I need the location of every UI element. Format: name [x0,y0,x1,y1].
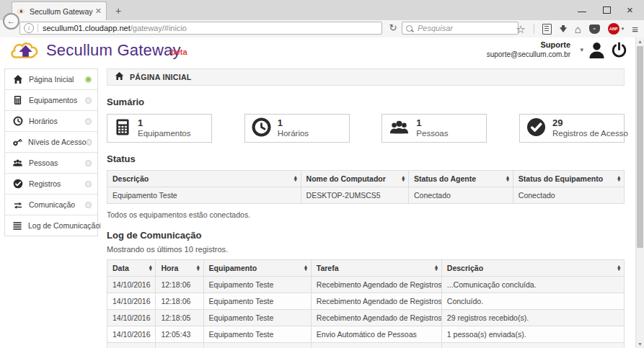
sort-icon[interactable] [304,265,307,271]
log-column-header[interactable]: Hora [156,260,203,277]
log-data: 14/10/2016 [107,293,156,310]
sidebar-item-equipamentos[interactable]: Equipamentos [5,90,97,111]
back-button[interactable]: ← [3,13,19,30]
log-column-header[interactable]: Descrição [441,260,624,277]
home-icon [12,74,23,85]
page-info-icon[interactable]: i [24,23,34,33]
status-column-header[interactable]: Status do Equipamento [513,171,624,187]
log-table: Data Hora Equipamento Tarefa Descrição 1… [107,259,625,348]
scrollbar-thumb[interactable] [637,46,643,248]
sort-icon[interactable] [149,265,152,271]
status-column-header[interactable]: Descrição [107,171,301,187]
user-avatar-icon[interactable] [588,41,605,62]
sidebar-item-niveis-de-acesso[interactable]: Níveis de Acesso [5,132,97,153]
user-name: Suporte [487,40,570,50]
new-tab-button[interactable]: + [111,4,125,17]
card-value: 1 [416,117,448,129]
sidebar-item-comunicacao[interactable]: Comunicação [5,195,97,215]
page-scrollbar[interactable]: ▲ ▼ [635,37,644,348]
log-column-header[interactable]: Data [107,260,156,277]
sidebar-item-pagina-inicial[interactable]: Página Inicial [5,69,97,90]
inactive-indicator-dot [85,181,92,187]
sort-icon[interactable] [435,265,438,271]
reading-list-icon[interactable] [542,24,552,35]
calculator-icon [12,95,23,106]
adblock-button[interactable]: ABP ▾ [608,23,625,35]
key-icon [12,137,22,148]
table-row[interactable]: 14/10/2016 12:18:05 Equipamento Teste Re… [107,310,625,326]
bookmark-star-icon[interactable]: ☆ [516,24,525,35]
browser-search-input[interactable] [416,23,506,33]
log-column-header[interactable]: Tarefa [311,260,441,277]
list-icon [12,220,22,231]
sort-icon[interactable] [506,176,509,182]
adblock-icon: ABP [608,23,619,35]
browser-home-icon[interactable]: ⌂ [575,24,581,35]
status-column-header[interactable]: Nome do Computador [301,171,408,187]
sort-icon[interactable] [617,176,620,182]
card-registros-de-acesso[interactable]: 29 Registros de Acesso [519,114,625,143]
log-descricao: 1 pessoa(s) enviada(s). [441,326,624,343]
browser-search-box[interactable] [402,22,519,35]
user-menu-caret-icon[interactable]: ▾ [580,46,583,53]
user-info[interactable]: Suporte suporte@secullum.com.br [487,40,570,59]
window-minimize-button[interactable] [578,6,586,14]
log-column-header[interactable]: Equipamento [203,260,311,277]
sidebar-item-registros[interactable]: Registros [5,174,97,195]
summary-cards: 1 Equipamentos 1 Horários 1 [107,114,625,143]
secullum-cloud-logo [9,40,43,65]
status-column-header[interactable]: Status do Agente [409,171,513,187]
sort-icon[interactable] [617,265,620,271]
sort-icon[interactable] [402,176,405,182]
log-descricao: Concluído. [441,293,624,310]
table-row[interactable] [107,343,625,348]
sidebar-item-log-de-comunicacao[interactable]: Log de Comunicação [5,215,97,236]
table-row[interactable]: 14/10/2016 12:18:06 Equipamento Teste Re… [107,277,625,293]
sidebar-item-label: Equipamentos [29,96,85,104]
logout-power-icon[interactable] [612,42,627,61]
pocket-icon[interactable]: ⌄ [589,24,600,34]
card-horarios[interactable]: 1 Horários [244,114,350,143]
inactive-indicator-dot [87,139,92,146]
browser-window: Secullum Gateway ✕ + ← i secullum01.clou… [0,0,644,348]
toolbar-divider [534,24,534,34]
sidebar-item-label: Log de Comunicação [28,221,100,230]
table-row[interactable]: 14/10/2016 12:18:06 Equipamento Teste Re… [107,293,625,310]
scrollbar-down-icon[interactable]: ▼ [636,342,644,347]
log-descricao: 29 registros recebido(s). [441,310,624,326]
sort-icon[interactable] [294,176,297,182]
active-indicator-dot [85,76,92,83]
app-title: Secullum Gateway [46,41,181,60]
downloads-icon[interactable] [560,27,567,32]
sidebar-item-pessoas[interactable]: Pessoas [5,153,97,174]
reload-button[interactable]: ↻ [387,22,400,35]
status-title: Status [107,153,625,164]
card-pessoas[interactable]: 1 Pessoas [381,114,487,143]
status-equipamento: Conectado [513,187,624,204]
url-bar[interactable]: i secullum01.cloudapp.net/gateway/#inici… [19,22,382,35]
card-value: 1 [138,117,191,129]
log-tarefa: Recebimento Agendado de Registros [311,277,441,293]
user-email: suporte@secullum.com.br [487,50,570,60]
log-equipamento: Equipamento Teste [203,277,311,293]
table-row[interactable]: Equipamento Teste DESKTOP-2UMSCS5 Conect… [107,187,625,204]
window-close-button[interactable] [627,6,635,14]
log-hora: 12:18:05 [156,310,203,326]
sidebar-item-horarios[interactable]: Horários [5,111,97,132]
card-equipamentos[interactable]: 1 Equipamentos [107,114,212,143]
menu-icon[interactable]: ≡ [632,24,638,35]
log-equipamento: Equipamento Teste [203,310,311,326]
log-equipamento: Equipamento Teste [203,293,311,310]
tab-close-icon[interactable]: ✕ [95,7,102,15]
table-row[interactable]: 14/10/2016 12:05:43 Equipamento Teste En… [107,326,625,343]
log-descricao: ...Comunicação concluída. [441,277,624,293]
log-tarefa: Recebimento Agendado de Registros [311,310,441,326]
sidebar: Página Inicial Equipamentos Horários [0,63,101,348]
sidebar-item-label: Pessoas [29,159,85,167]
window-maximize-button[interactable] [602,6,611,14]
sort-icon[interactable] [197,265,200,271]
log-hora: 12:05:43 [156,326,203,343]
scrollbar-up-icon[interactable]: ▲ [636,39,644,44]
browser-tab[interactable]: Secullum Gateway ✕ [12,1,107,20]
inactive-indicator-dot [85,202,92,208]
